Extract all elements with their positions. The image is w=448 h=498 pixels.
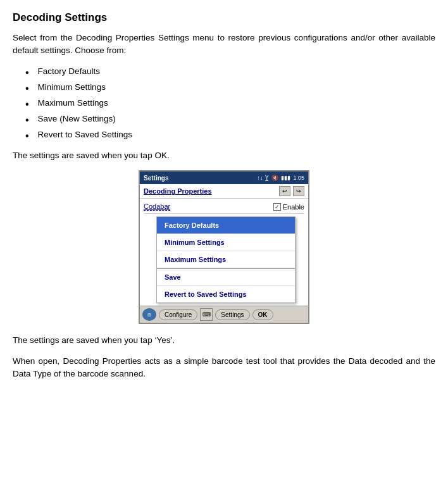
enable-checkbox-row: ✓ Enable <box>273 203 304 211</box>
navigation-arrows: ↩ ↪ <box>279 186 304 196</box>
status-bar: Settings ↑↓ Y̲ 🔇 ▮▮▮ 1:05 <box>140 171 308 184</box>
settings-button[interactable]: Settings <box>215 309 249 320</box>
menu-item-factory-defaults[interactable]: Factory Defaults <box>157 217 295 234</box>
menu-item-maximum-settings[interactable]: Maximum Settings <box>157 251 295 268</box>
network-icon: Y̲ <box>265 175 269 181</box>
keyboard-icon: ⌨ <box>202 311 211 318</box>
menu-item-revert[interactable]: Revert to Saved Settings <box>157 286 295 302</box>
saved-note: The settings are saved when you tap OK. <box>13 151 435 160</box>
mute-icon: 🔇 <box>271 175 278 181</box>
dropdown-menu: Factory Defaults Minimum Settings Maximu… <box>156 216 296 303</box>
footer-note1: The settings are saved when you tap ‘Yes… <box>13 334 435 347</box>
footer-note2: When open, Decoding Properties acts as a… <box>13 355 435 381</box>
svg-text:⊞: ⊞ <box>147 313 151 317</box>
ok-button[interactable]: OK <box>252 309 273 320</box>
back-arrow-button[interactable]: ↩ <box>279 186 290 196</box>
screen-body: Codabar ✓ Enable Factory Defaults Minimu… <box>140 199 308 303</box>
forward-arrow-button[interactable]: ↪ <box>293 186 304 196</box>
menu-item-minimum-settings[interactable]: Minimum Settings <box>157 234 295 251</box>
configure-button[interactable]: Configure <box>159 309 197 320</box>
page-title: Decoding Settings <box>13 11 435 24</box>
enable-label: Enable <box>283 203 304 211</box>
bullet-item-1: Factory Defaults <box>25 66 435 78</box>
battery-icon: ▮▮▮ <box>281 175 290 181</box>
bullet-item-2: Minimum Settings <box>25 82 435 94</box>
bullet-list: Factory Defaults Minimum Settings Maximu… <box>25 66 435 142</box>
menu-item-save[interactable]: Save <box>157 269 295 286</box>
decoding-properties-title: Decoding Properties <box>144 187 212 195</box>
bullet-item-3: Maximum Settings <box>25 98 435 110</box>
status-icons: ↑↓ Y̲ 🔇 ▮▮▮ 1:05 <box>257 175 304 181</box>
intro-paragraph: Select from the Decoding Properties Sett… <box>13 32 435 58</box>
start-icon: ⊞ <box>145 310 154 319</box>
start-button[interactable]: ⊞ <box>142 308 156 321</box>
codabar-row: Codabar ✓ Enable <box>144 201 304 214</box>
codabar-link[interactable]: Codabar <box>144 202 170 211</box>
keyboard-button[interactable]: ⌨ <box>200 308 213 321</box>
device-screen: Settings ↑↓ Y̲ 🔇 ▮▮▮ 1:05 Decoding Prope… <box>139 170 309 324</box>
bullet-item-4: Save (New Settings) <box>25 114 435 126</box>
enable-checkbox[interactable]: ✓ <box>273 203 281 211</box>
bullet-item-5: Revert to Saved Settings <box>25 130 435 142</box>
status-bar-title: Settings <box>144 175 168 182</box>
title-bar: Decoding Properties ↩ ↪ <box>140 184 308 199</box>
taskbar: ⊞ Configure ⌨ Settings OK <box>140 306 308 323</box>
clock: 1:05 <box>293 175 304 181</box>
signal-icon: ↑↓ <box>257 175 263 181</box>
screenshot-container: Settings ↑↓ Y̲ 🔇 ▮▮▮ 1:05 Decoding Prope… <box>13 170 435 324</box>
